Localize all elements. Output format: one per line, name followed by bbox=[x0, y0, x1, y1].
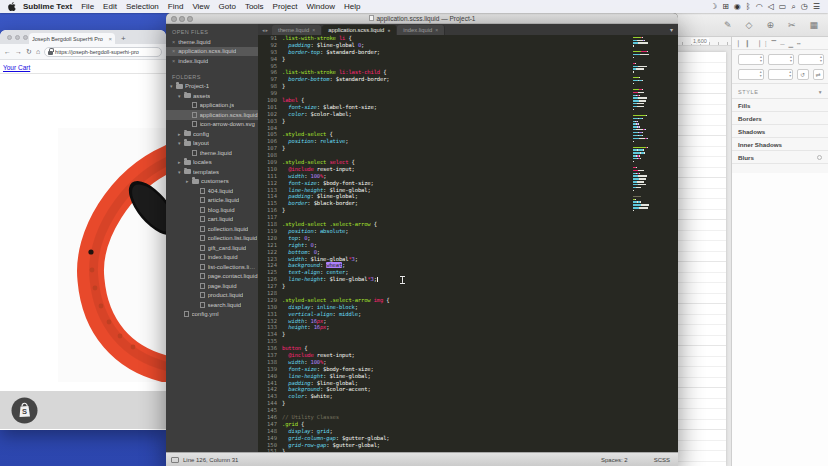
bluetooth-icon[interactable]: ᛒ bbox=[746, 2, 751, 12]
file-application-scss-liquid[interactable]: application.scss.liquid bbox=[166, 110, 258, 120]
minimap[interactable] bbox=[633, 35, 660, 212]
close-icon[interactable]: × bbox=[435, 27, 438, 33]
align-left-icon[interactable]: ▏ bbox=[738, 40, 743, 47]
file-config-yml[interactable]: config.yml bbox=[166, 310, 258, 320]
file-application-js[interactable]: application.js bbox=[166, 101, 258, 111]
style-section-shadows[interactable]: Shadows bbox=[732, 125, 828, 138]
tab-application-scss-liquid[interactable]: application.scss.liquid● bbox=[322, 25, 397, 35]
blurs-checkbox[interactable] bbox=[817, 155, 822, 160]
back-icon[interactable]: ← bbox=[4, 48, 11, 55]
close-window-button[interactable] bbox=[7, 35, 12, 40]
status-icon[interactable] bbox=[171, 457, 179, 463]
distribute-vertical-icon[interactable]: ╍ bbox=[797, 40, 801, 47]
stepper-down-icon[interactable]: ▾ bbox=[789, 75, 791, 78]
align-right-icon[interactable]: ▕ bbox=[755, 40, 760, 47]
file-page-contact-liquid[interactable]: page.contact.liquid bbox=[166, 272, 258, 282]
close-icon[interactable]: × bbox=[172, 58, 175, 64]
flip-button[interactable]: ⇄ bbox=[813, 69, 824, 80]
close-window-button[interactable] bbox=[171, 16, 177, 22]
apple-menu-icon[interactable] bbox=[8, 2, 16, 11]
shopify-badge-icon[interactable]: S bbox=[11, 397, 38, 424]
vector-tool-icon[interactable]: ◇ bbox=[745, 20, 752, 30]
style-header[interactable]: STYLE ▾ bbox=[732, 83, 828, 98]
file-page-liquid[interactable]: page.liquid bbox=[166, 281, 258, 291]
folder-config[interactable]: ▸config bbox=[166, 129, 258, 139]
file-index-liquid[interactable]: index.liquid bbox=[166, 253, 258, 263]
close-tab-icon[interactable]: × bbox=[108, 36, 112, 42]
menu-find[interactable]: Find bbox=[168, 2, 184, 11]
menu-help[interactable]: Help bbox=[344, 2, 360, 11]
file-404-liquid[interactable]: 404.liquid bbox=[166, 186, 258, 196]
close-icon[interactable]: × bbox=[312, 27, 315, 33]
grid-view-icon[interactable]: ▦ bbox=[809, 20, 818, 30]
menu-window[interactable]: Window bbox=[307, 2, 335, 11]
tab-scroll-icons[interactable]: ◂▸ bbox=[258, 27, 272, 36]
file-search-liquid[interactable]: search.liquid bbox=[166, 300, 258, 310]
stepper-down-icon[interactable]: ▾ bbox=[760, 60, 762, 63]
stepper-down-icon[interactable]: ▾ bbox=[790, 60, 792, 63]
rotation-field[interactable]: ▴▾ bbox=[798, 54, 824, 65]
control-center-icon[interactable]: ☰ bbox=[813, 2, 820, 12]
forward-icon[interactable]: → bbox=[15, 48, 22, 55]
stepper-down-icon[interactable]: ▾ bbox=[760, 75, 762, 78]
folder-assets[interactable]: ▾assets bbox=[166, 91, 258, 101]
spotlight-search-icon[interactable]: ⌕ bbox=[791, 2, 795, 12]
align-bottom-icon[interactable]: ▁ bbox=[788, 40, 793, 47]
insert-icon[interactable]: ⊕ bbox=[766, 20, 774, 30]
stepper-down-icon[interactable]: ▾ bbox=[820, 60, 822, 63]
align-center-horizontal-icon[interactable]: ▎ bbox=[747, 40, 752, 47]
menu-selection[interactable]: Selection bbox=[126, 2, 159, 11]
active-app-name[interactable]: Sublime Text bbox=[23, 2, 72, 11]
file-article-liquid[interactable]: article.liquid bbox=[166, 196, 258, 206]
battery-icon[interactable]: ▭ bbox=[779, 2, 787, 12]
file-gift-card-liquid[interactable]: gift_card.liquid bbox=[166, 243, 258, 253]
browser-tab[interactable]: Joseph Bergdoll SuperHi Pro × bbox=[29, 33, 115, 44]
file-list-collections-liquid[interactable]: list-collections.liquid bbox=[166, 262, 258, 272]
home-icon[interactable]: ⌂ bbox=[36, 48, 40, 55]
tab-overflow-icon[interactable]: ▾ bbox=[670, 26, 678, 35]
minimize-window-button[interactable] bbox=[15, 35, 20, 40]
syntax-setting[interactable]: SCSS bbox=[654, 457, 670, 463]
menu-view[interactable]: View bbox=[192, 2, 209, 11]
menu-project[interactable]: Project bbox=[273, 2, 298, 11]
folder-templates[interactable]: ▾templates bbox=[166, 167, 258, 177]
folder-customers[interactable]: ▸customers bbox=[166, 177, 258, 187]
display-mirroring-icon[interactable]: ⊞ bbox=[722, 2, 729, 12]
zoom-window-button[interactable] bbox=[187, 16, 193, 22]
file-collection-liquid[interactable]: collection.liquid bbox=[166, 224, 258, 234]
close-icon[interactable]: × bbox=[172, 39, 175, 45]
menu-tools[interactable]: Tools bbox=[245, 2, 264, 11]
open-file-application-scss-liquid[interactable]: ×application.scss.liquid bbox=[166, 47, 258, 57]
file-collection-list-liquid[interactable]: collection.list.liquid bbox=[166, 234, 258, 244]
file-cart-liquid[interactable]: cart.liquid bbox=[166, 215, 258, 225]
pencil-tool-icon[interactable]: ✎ bbox=[724, 20, 732, 30]
address-bar[interactable]: https://joseph-bergdoll-superhi-pro bbox=[44, 47, 162, 57]
file-icon-arrow-down-svg[interactable]: icon-arrow-down.svg bbox=[166, 120, 258, 130]
width-field[interactable]: ▴▾ bbox=[738, 69, 764, 80]
indentation-setting[interactable]: Spaces: 2 bbox=[601, 457, 628, 463]
style-section-inner-shadows[interactable]: Inner Shadows bbox=[732, 138, 828, 151]
menu-file[interactable]: File bbox=[81, 2, 94, 11]
code-editor[interactable]: 9192939495969798991001011021031041051061… bbox=[258, 35, 678, 452]
height-field[interactable]: ▴▾ bbox=[768, 69, 794, 80]
notification-icon[interactable]: ☽ bbox=[710, 2, 717, 12]
align-middle-icon[interactable]: ─ bbox=[780, 41, 784, 47]
time-machine-icon[interactable]: ◷ bbox=[801, 2, 808, 12]
folder-layout[interactable]: ▾layout bbox=[166, 139, 258, 149]
new-tab-button[interactable]: + bbox=[121, 34, 126, 43]
volume-icon[interactable]: ◁ bbox=[768, 2, 774, 12]
style-section-fills[interactable]: Fills bbox=[732, 99, 828, 112]
menu-goto[interactable]: Goto bbox=[219, 2, 236, 11]
file-theme-liquid[interactable]: theme.liquid bbox=[166, 148, 258, 158]
reload-icon[interactable]: ↻ bbox=[26, 48, 32, 56]
file-blog-liquid[interactable]: blog.liquid bbox=[166, 205, 258, 215]
folder-locales[interactable]: ▸locales bbox=[166, 158, 258, 168]
menu-edit[interactable]: Edit bbox=[103, 2, 117, 11]
y-field[interactable]: ▴▾ bbox=[768, 54, 794, 65]
scissors-tool-icon[interactable]: ✂ bbox=[788, 20, 796, 30]
zoom-window-button[interactable] bbox=[23, 35, 28, 40]
align-top-icon[interactable]: ▔ bbox=[772, 40, 777, 47]
open-file-theme-liquid[interactable]: ×theme.liquid bbox=[166, 37, 258, 47]
screen-record-icon[interactable]: ◉ bbox=[734, 2, 741, 12]
dirty-dot-icon[interactable]: ● bbox=[387, 27, 390, 33]
